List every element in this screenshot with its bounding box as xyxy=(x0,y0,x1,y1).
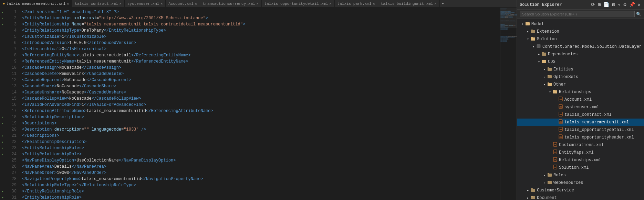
tree-expander-customerservice[interactable]: ▸ xyxy=(525,188,531,192)
tree-item-roles_folder[interactable]: ▸Roles xyxy=(517,171,644,179)
tree-item-relationships_xml[interactable]: XMLRelationships.xml xyxy=(517,156,644,164)
sync-button[interactable]: ⟳ xyxy=(590,1,596,8)
tab-close-button[interactable]: ✕ xyxy=(120,2,122,6)
line-number-31: 31 xyxy=(8,195,17,200)
show-files-button[interactable]: 📄 xyxy=(603,1,610,8)
solution-explorer-search: 🔍 xyxy=(517,10,644,19)
tab-close-button[interactable]: ✕ xyxy=(67,2,69,6)
tab-account-xml[interactable]: Account.xml ✕ xyxy=(166,0,200,7)
line-number-5: 5 xyxy=(8,34,17,40)
collapse-icon-18[interactable]: ▾ xyxy=(0,114,6,120)
tab-close-button[interactable]: ✕ xyxy=(373,2,375,6)
collapse-icon-30[interactable]: ▸ xyxy=(0,188,6,195)
tree-expander-roles_folder[interactable]: ▸ xyxy=(542,173,547,177)
collapse-icon-10 xyxy=(0,65,6,71)
collapse-icon-6 xyxy=(0,40,6,46)
collapse-icon-12 xyxy=(0,77,6,83)
minimap[interactable]: <?xml version="1.0" encoding="utf-8" ?><… xyxy=(500,8,517,200)
tree-item-solution[interactable]: ▾Solution xyxy=(517,35,644,43)
tree-item-webresources_folder[interactable]: ▸WebResources xyxy=(517,179,644,187)
tab-transactioncurrency-xml[interactable]: transactioncurrency.xml ✕ xyxy=(200,0,262,7)
tree-item-model[interactable]: ▾Model xyxy=(517,20,644,28)
tree-expander-contract_shared[interactable]: ▾ xyxy=(531,45,536,49)
collapse-icon-22[interactable]: ▸ xyxy=(0,139,6,145)
tab-close-button[interactable]: ✕ xyxy=(330,2,332,6)
tree-item-extension[interactable]: ▸Extension xyxy=(517,28,644,35)
tab-close-button[interactable]: ✕ xyxy=(257,2,259,6)
collapse-icon-11 xyxy=(0,71,6,77)
tree-expander-optionsets[interactable]: ▸ xyxy=(542,75,547,79)
tab-close-button[interactable]: ✕ xyxy=(160,2,163,6)
tree-item-account_xml[interactable]: XMLAccount.xml xyxy=(517,96,644,103)
tree-item-document[interactable]: ▸Document xyxy=(517,194,644,200)
tree-item-contract_shared[interactable]: ▾Contract.Shared.Model.Solution.DataLaye… xyxy=(517,43,644,51)
tree-expander-other[interactable]: ▾ xyxy=(542,82,547,87)
tree-expander-document[interactable]: ▸ xyxy=(525,196,531,200)
tree-expander-entities[interactable]: ▸ xyxy=(542,67,547,71)
tree-item-cds[interactable]: ▾CDS xyxy=(517,58,644,66)
solution-explorer-tree: ▾Model▸Extension▾Solution▾Contract.Share… xyxy=(517,19,644,200)
collapse-icon-21[interactable]: ▸ xyxy=(0,133,6,139)
tree-item-solution_xml[interactable]: XMLSolution.xml xyxy=(517,164,644,171)
tree-item-entities[interactable]: ▸Entities xyxy=(517,66,644,73)
xml-file-icon-systemuser_xml: XML xyxy=(558,104,563,110)
tab-close-button[interactable]: ✕ xyxy=(434,2,436,6)
collapse-icon-7 xyxy=(0,46,6,52)
tree-item-talxis_contract_xml[interactable]: XMLtalxis_contract.xml xyxy=(517,111,644,119)
tree-item-customizations_xml[interactable]: XMLCustomizations.xml xyxy=(517,141,644,149)
tab-close-button[interactable]: ✕ xyxy=(195,2,197,6)
tab-talxis-contract-xml[interactable]: talxis_contract.xml ✕ xyxy=(72,0,124,7)
xml-file-icon-solution_xml: XML xyxy=(553,165,558,171)
collapse-icon-5 xyxy=(0,34,6,40)
code-line-19: <Descriptions> xyxy=(22,120,497,126)
collapse-icon-26 xyxy=(0,164,6,170)
tab-talxis-measurementunit-xml[interactable]: ● talxis_measurementunit.xml ✕ xyxy=(0,0,72,7)
collapse-icon-1[interactable]: ▸ xyxy=(0,9,6,15)
tree-expander-dependencies[interactable]: ▸ xyxy=(536,52,542,56)
collapse-all-button[interactable]: ⊟ xyxy=(611,1,615,8)
tree-item-dependencies[interactable]: ▸Dependencies xyxy=(517,51,644,58)
tree-item-talxis_opportunitydetail_xml[interactable]: XMLtalxis_opportunitydetail.xml xyxy=(517,126,644,134)
code-line-6: <IntroducedVersion>1.0.0.0</IntroducedVe… xyxy=(22,40,497,46)
tree-item-systemuser_xml[interactable]: XMLsystemuser.xml xyxy=(517,103,644,111)
tab-talxis-park-xml[interactable]: talxis_park.xml ✕ xyxy=(335,0,378,7)
tree-expander-extension[interactable]: ▸ xyxy=(525,30,531,34)
collapse-icon-29 xyxy=(0,182,6,188)
tab-talxis-buildingunit-xml[interactable]: talxis_buildingunit.xml ✕ xyxy=(378,0,440,7)
pin-button[interactable]: 📌 xyxy=(629,1,636,8)
tree-expander-solution[interactable]: ▾ xyxy=(525,37,531,41)
filter-button[interactable]: ▿ xyxy=(617,1,621,8)
tree-item-relationships_folder[interactable]: ▾Relationships xyxy=(517,88,644,96)
tab-overflow-button[interactable]: ▾ xyxy=(440,0,446,7)
tree-item-talxis_opportunityheader_xml[interactable]: XMLtalxis_opportunityheader.xml xyxy=(517,134,644,141)
collapse-icon-31[interactable]: ▾ xyxy=(0,195,6,200)
collapse-icon-24[interactable]: ▾ xyxy=(0,151,6,157)
svg-rect-43 xyxy=(531,189,535,192)
code-content[interactable]: <?xml version="1.0" encoding="utf-8" ?><… xyxy=(19,8,500,200)
tree-expander-cds[interactable]: ▾ xyxy=(536,60,542,64)
tree-item-talxis_measurementunit_xml[interactable]: XMLtalxis_measurementunit.xml xyxy=(517,119,644,126)
svg-text:XML: XML xyxy=(554,159,557,161)
collapse-icon-19[interactable]: ▾ xyxy=(0,120,6,126)
tab-talxis-opportunitydetail-xml[interactable]: talxis_opportunitydetail.xml ✕ xyxy=(262,0,335,7)
tree-item-optionsets[interactable]: ▸OptionSets xyxy=(517,73,644,81)
tab-label: talxis_contract.xml xyxy=(75,2,118,6)
collapse-icon-3[interactable]: ▾ xyxy=(0,21,6,27)
svg-rect-9 xyxy=(542,60,546,63)
code-line-25: <NavPaneDisplayOption>UseCollectionName<… xyxy=(22,157,497,164)
collapse-icon-2[interactable]: ▾ xyxy=(0,15,6,21)
tree-expander-webresources_folder[interactable]: ▸ xyxy=(542,181,547,185)
tab-systemuser-xml[interactable]: systemuser.xml ✕ xyxy=(125,0,166,7)
tree-item-customerservice[interactable]: ▸CustomerService xyxy=(517,187,644,194)
close-se-button[interactable]: ✕ xyxy=(637,1,641,8)
properties-button[interactable]: ⊞ xyxy=(597,1,601,8)
tree-item-entitymaps_xml[interactable]: XMLEntityMaps.xml xyxy=(517,149,644,156)
tree-expander-model[interactable]: ▾ xyxy=(520,22,525,26)
settings-button[interactable]: ⚙ xyxy=(623,1,627,8)
search-input[interactable] xyxy=(520,11,635,17)
tree-expander-relationships_folder[interactable]: ▾ xyxy=(547,90,553,94)
tree-item-other[interactable]: ▾Other xyxy=(517,81,644,88)
folder-icon-solution xyxy=(531,36,536,42)
code-line-17: <ReferencingAttributeName>talxis_measure… xyxy=(22,108,497,114)
collapse-icon-23[interactable]: ▾ xyxy=(0,145,6,151)
